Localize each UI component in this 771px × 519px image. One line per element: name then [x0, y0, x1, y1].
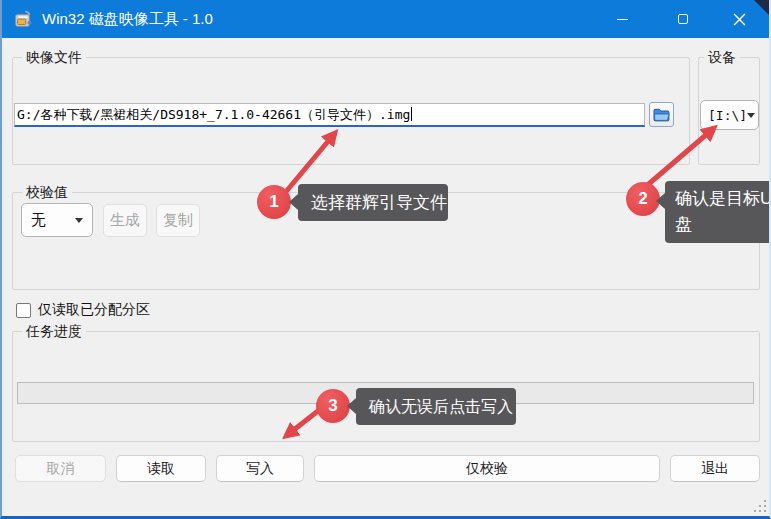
- win32-disk-imager-window: Win32 磁盘映像工具 - 1.0 映像文件 G:/各种下载/黑裙相关/DS9…: [0, 0, 771, 519]
- chevron-down-icon: [747, 113, 755, 118]
- exit-button[interactable]: 退出: [670, 455, 760, 482]
- callout-tooltip-3: 确认无误后点击写入: [356, 388, 516, 425]
- read-button[interactable]: 读取: [116, 455, 206, 482]
- text-caret: [411, 107, 412, 121]
- device-selected-value: [I:\]: [708, 108, 747, 123]
- callout-step-2: 2: [626, 182, 660, 216]
- close-button[interactable]: [716, 0, 762, 38]
- allocated-partitions-label: 仅读取已分配分区: [38, 301, 150, 319]
- device-group-label: 设备: [704, 49, 740, 65]
- chevron-down-icon: [75, 218, 83, 223]
- window-title: Win32 磁盘映像工具 - 1.0: [42, 0, 213, 38]
- write-button[interactable]: 写入: [216, 455, 304, 482]
- progress-group-label: 任务进度: [22, 323, 86, 339]
- minimize-icon: [617, 19, 628, 20]
- callout-tooltip-1: 选择群辉引导文件: [298, 184, 448, 221]
- image-path-input[interactable]: G:/各种下载/黑裙相关/DS918+_7.1.0-42661（引导文件）.im…: [14, 103, 645, 127]
- hash-selected-value: 无: [31, 211, 46, 230]
- hash-type-select[interactable]: 无: [21, 203, 93, 237]
- callout-step-3: 3: [316, 389, 350, 423]
- image-file-group-label: 映像文件: [22, 49, 86, 65]
- minimize-button[interactable]: [599, 0, 645, 38]
- maximize-button[interactable]: [660, 0, 706, 38]
- cancel-button[interactable]: 取消: [15, 455, 106, 482]
- callout-step-1: 1: [257, 185, 291, 219]
- resize-grip-icon[interactable]: [754, 500, 768, 513]
- folder-open-icon: [653, 108, 670, 122]
- browse-folder-button[interactable]: [649, 102, 674, 127]
- close-icon: [733, 13, 746, 26]
- image-path-text: G:/各种下载/黑裙相关/DS918+_7.1.0-42661（引导文件）.im…: [17, 107, 410, 122]
- maximize-icon: [678, 14, 688, 24]
- allocated-partitions-row[interactable]: 仅读取已分配分区: [16, 301, 150, 319]
- titlebar[interactable]: Win32 磁盘映像工具 - 1.0: [2, 0, 771, 38]
- generate-hash-button[interactable]: 生成: [103, 204, 147, 237]
- copy-hash-button[interactable]: 复制: [156, 204, 200, 237]
- app-icon: [12, 8, 34, 30]
- allocated-partitions-checkbox[interactable]: [16, 303, 31, 318]
- device-select[interactable]: [I:\]: [700, 100, 759, 130]
- hash-group-label: 校验值: [22, 184, 72, 200]
- verify-only-button[interactable]: 仅校验: [314, 455, 660, 482]
- callout-tooltip-2: 确认是目标U盘: [665, 181, 771, 243]
